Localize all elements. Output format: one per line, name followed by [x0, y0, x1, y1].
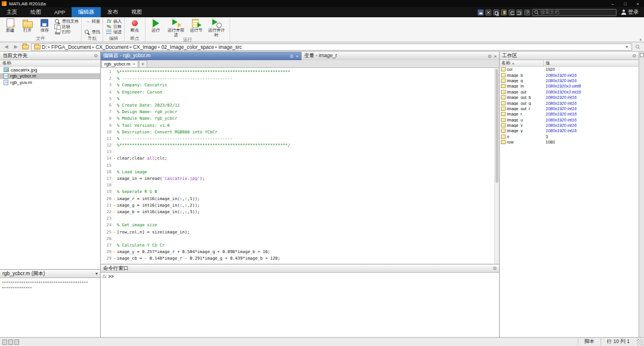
run-time-button[interactable]: 运行并计时	[206, 18, 227, 37]
line-number[interactable]: 26	[101, 236, 112, 242]
close-button[interactable]: ×	[631, 0, 644, 7]
workspace-row[interactable]: image_out_r1080x1920 int16	[500, 106, 639, 111]
ribbon-tab-editor[interactable]: 编辑器	[72, 7, 101, 17]
print-button[interactable]: 打印	[54, 29, 79, 35]
run-button[interactable]: 运行	[148, 18, 163, 37]
line-number[interactable]: 9	[101, 123, 112, 129]
line-number[interactable]: 10	[101, 129, 112, 136]
find-button[interactable]: 查找	[84, 29, 100, 35]
search-input[interactable]	[540, 10, 606, 15]
workspace-row[interactable]: image_out1080x1920x3 int16	[500, 89, 639, 95]
open-button[interactable]: 打开	[20, 18, 35, 36]
workspace-row[interactable]: col1920	[500, 67, 639, 72]
copy-icon[interactable]	[493, 10, 499, 15]
workspace-row[interactable]: n3	[500, 134, 639, 139]
line-number[interactable]: 17	[101, 176, 112, 182]
command-input-area[interactable]: fx >>	[101, 273, 499, 337]
minimize-button[interactable]: –	[606, 0, 619, 7]
file-row[interactable]: rgb_yuv.m	[0, 79, 100, 86]
line-number[interactable]: 1	[101, 69, 112, 76]
scrollbar-thumb[interactable]	[496, 69, 499, 183]
indent-button[interactable]: 缩进	[106, 29, 122, 35]
workspace-row[interactable]: image_out_g1080x1920 int16	[500, 100, 639, 105]
line-number[interactable]: 23	[101, 216, 112, 222]
ribbon-tab-view[interactable]: 视图	[125, 7, 148, 17]
editor-close-icon[interactable]: ×	[296, 54, 299, 59]
line-number[interactable]: 14	[101, 155, 112, 162]
line-number[interactable]: 18	[101, 182, 112, 189]
breadcrumb-segment[interactable]: FPGA_Document	[51, 44, 91, 50]
editor-tab[interactable]: rgb_ycbcr.m ×	[101, 60, 138, 67]
panel-menu-icon[interactable]: ⊙	[94, 53, 98, 58]
minimized-panel-strip[interactable]	[639, 52, 644, 337]
workspace-row[interactable]: image_b1080x1920 int16	[500, 72, 639, 77]
workspace-name-column-header[interactable]: 名称 ▲	[500, 60, 544, 66]
back-arrow-icon[interactable]: ◀	[2, 43, 10, 51]
line-number[interactable]: 25	[101, 229, 112, 236]
line-number[interactable]: 6	[101, 102, 112, 109]
line-number[interactable]: 16	[101, 169, 112, 176]
line-number[interactable]: 8	[101, 116, 112, 122]
breadcrumb-segment[interactable]: D:	[42, 44, 47, 50]
breadcrumb-segment[interactable]: CX_Document	[95, 44, 128, 50]
variables-panel-menu-icon[interactable]: ⊙	[488, 54, 492, 59]
variables-title-bar[interactable]: 变量 - image_r ⊙ ×	[301, 52, 499, 60]
file-row[interactable]: cascatrix.jpg	[0, 67, 100, 73]
workspace-menu-icon[interactable]: ⊙	[632, 53, 636, 58]
new-button[interactable]: 新建	[2, 18, 18, 36]
file-name-column-header[interactable]: 名称	[0, 60, 100, 67]
line-number[interactable]: 15	[101, 163, 112, 169]
editor-scrollbar[interactable]	[494, 68, 499, 264]
workspace-row[interactable]: image_r1080x1920 int16	[500, 111, 639, 117]
cut-icon[interactable]	[485, 10, 491, 15]
workspace-row[interactable]: image_v1080x1920 int16	[500, 123, 639, 128]
line-number[interactable]: 5	[101, 96, 112, 102]
breadcrumb-segment[interactable]: image_src	[219, 44, 242, 50]
line-number[interactable]: 27	[101, 242, 112, 249]
line-number[interactable]: 22	[101, 209, 112, 216]
goto-button[interactable]: 转至	[84, 18, 100, 24]
ribbon-tab-plots[interactable]: 绘图	[24, 7, 48, 17]
search-folder-button[interactable]	[634, 43, 642, 51]
breadcrumb-segment[interactable]: CX_Image	[133, 44, 157, 50]
layout-toggle-icon[interactable]	[14, 339, 19, 345]
line-number[interactable]: 24	[101, 222, 112, 229]
breakpoints-button[interactable]: 断点	[127, 18, 143, 36]
undo-icon[interactable]	[509, 10, 515, 15]
workspace-value-column-header[interactable]: 值	[544, 60, 639, 66]
up-folder-button[interactable]	[21, 43, 29, 51]
line-number[interactable]: 28	[101, 249, 112, 255]
ribbon-tab-home[interactable]: 主页	[0, 7, 24, 17]
save-icon[interactable]	[478, 10, 484, 15]
line-number[interactable]: 13	[101, 149, 112, 155]
title-bar[interactable]: MATLAB R2018a – □ ×	[0, 0, 644, 7]
tab-close-icon[interactable]: ×	[133, 62, 135, 66]
breadcrumb-segment[interactable]: 02_Image_color_space	[162, 44, 214, 50]
layout-toggle-icon[interactable]	[8, 339, 13, 345]
workspace-row[interactable]: image_out_b1080x1920 int16	[500, 95, 639, 100]
file-row[interactable]: rgb_ycbcr.m	[0, 73, 100, 80]
line-number[interactable]: 21	[101, 202, 112, 209]
redo-icon[interactable]	[516, 10, 522, 15]
line-number[interactable]: 2	[101, 76, 112, 82]
line-number[interactable]: 20	[101, 196, 112, 202]
ribbon-tab-publish[interactable]: 发布	[101, 7, 125, 17]
editor-title-bar[interactable]: 编辑器 - rgb_ycbcr.m ⊙ ×	[101, 52, 301, 60]
login-button[interactable]: 登录	[618, 8, 641, 16]
address-field[interactable]: D:▸FPGA_Document▸CX_Document▸CX_Image▸02…	[31, 43, 632, 51]
fx-button[interactable]: fx	[102, 274, 106, 280]
line-number[interactable]: 7	[101, 109, 112, 116]
workspace-row[interactable]: image_g1080x1920 int16	[500, 78, 639, 83]
docked-panel-icon[interactable]	[640, 53, 644, 57]
resize-grip[interactable]	[637, 339, 643, 345]
path-history-chevron-icon[interactable]: ▾	[624, 45, 629, 49]
workspace-row[interactable]: image_in1080x1920x3 uint8	[500, 83, 639, 89]
paste-icon[interactable]	[501, 10, 507, 15]
help-icon[interactable]	[524, 10, 530, 15]
ribbon-tab-apps[interactable]: APP	[48, 7, 72, 17]
variables-close-icon[interactable]: ×	[494, 54, 497, 59]
run-section-button[interactable]: 运行节	[188, 18, 204, 37]
line-number[interactable]: 11	[101, 136, 112, 142]
layout-toggle-icon[interactable]	[2, 339, 7, 345]
line-number[interactable]: 12	[101, 142, 112, 149]
